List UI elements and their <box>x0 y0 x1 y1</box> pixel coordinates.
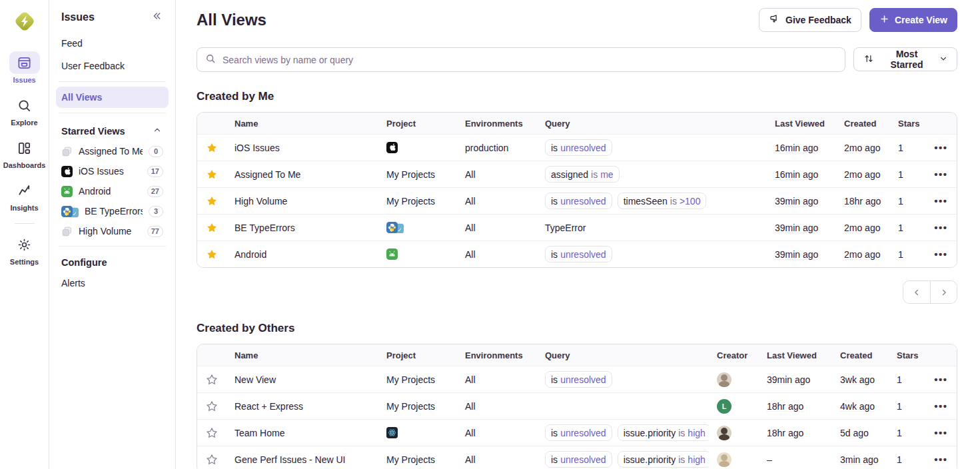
stars-count-cell: 1 <box>890 169 925 180</box>
star-icon <box>206 400 218 412</box>
create-view-button[interactable]: Create View <box>869 8 957 32</box>
view-name-link[interactable]: Android <box>235 249 266 260</box>
starred-views-heading: Starred Views <box>61 126 125 137</box>
view-name-link[interactable]: High Volume <box>235 196 287 207</box>
sidebar-item-all-views[interactable]: All Views <box>56 87 169 108</box>
created-cell: 3min ago <box>832 454 889 465</box>
row-menu-button[interactable]: ••• <box>925 169 957 180</box>
query-pill: isunresolved <box>545 371 612 388</box>
stars-count-cell: 1 <box>889 428 925 438</box>
star-toggle[interactable] <box>197 248 227 260</box>
table-row: New ViewMy ProjectsAllisunresolved39min … <box>197 366 957 392</box>
starred-view-high-volume[interactable]: High Volume 77 <box>56 221 169 241</box>
project-cell: My Projects <box>378 374 457 385</box>
environments-cell: All <box>457 401 537 412</box>
row-menu-button[interactable]: ••• <box>925 195 957 207</box>
rail-label: Settings <box>10 258 39 266</box>
search-input[interactable] <box>221 54 837 66</box>
ellipsis-icon: ••• <box>934 454 947 465</box>
ellipsis-icon: ••• <box>934 374 947 385</box>
sidebar-item-alerts[interactable]: Alerts <box>56 272 169 294</box>
star-toggle[interactable] <box>197 374 227 386</box>
star-toggle[interactable] <box>197 195 227 207</box>
column-header-name: Name <box>227 119 378 129</box>
rail-item-settings[interactable]: Settings <box>9 233 40 266</box>
table-row: React + ExpressMy ProjectsAllL18hr ago4w… <box>197 392 957 419</box>
view-name-link[interactable]: iOS Issues <box>235 143 280 153</box>
table-row: Gene Perf Issues - New UIMy ProjectsAlli… <box>197 446 957 469</box>
star-toggle[interactable] <box>197 222 227 234</box>
view-name-link[interactable]: Gene Perf Issues - New UI <box>235 454 346 465</box>
rail-item-insights[interactable]: Insights <box>9 179 40 212</box>
view-name-link[interactable]: Assigned To Me <box>235 169 300 180</box>
sidebar-item-user-feedback[interactable]: User Feedback <box>56 55 169 77</box>
star-toggle[interactable] <box>197 169 227 181</box>
starred-view-ios-issues[interactable]: iOS Issues 17 <box>56 161 169 181</box>
starred-view-label: High Volume <box>79 226 141 236</box>
collapse-starred-button[interactable] <box>151 124 163 138</box>
row-menu-button[interactable]: ••• <box>925 222 957 233</box>
row-menu-button[interactable]: ••• <box>925 454 957 465</box>
sidebar-item-feed[interactable]: Feed <box>56 33 169 54</box>
column-header-project: Project <box>378 119 457 129</box>
starred-view-be-typeerrors[interactable]: BE TypeErrors 3 <box>56 201 169 221</box>
row-menu-button[interactable]: ••• <box>925 427 957 438</box>
ellipsis-icon: ••• <box>934 169 947 180</box>
column-header-project: Project <box>378 350 457 360</box>
count-badge: 17 <box>147 166 163 177</box>
give-feedback-button[interactable]: Give Feedback <box>759 8 861 32</box>
page-title: All Views <box>197 11 266 29</box>
pagination <box>903 280 957 304</box>
row-menu-button[interactable]: ••• <box>925 374 957 385</box>
ellipsis-icon: ••• <box>934 195 947 207</box>
stars-count-cell: 1 <box>889 454 925 465</box>
column-header-query: Query <box>537 119 767 129</box>
rail-item-issues[interactable]: Issues <box>9 51 40 84</box>
query-pill: isunresolved <box>545 424 612 441</box>
table-row: Team HomeAllisunresolvedissue.priorityis… <box>197 419 957 446</box>
ellipsis-icon: ••• <box>934 142 947 153</box>
rail-item-explore[interactable]: Explore <box>9 94 40 127</box>
double-chevron-left-icon <box>151 11 162 23</box>
table-row: High VolumeMy ProjectsAllisunresolvedtim… <box>197 187 957 214</box>
column-header-name: Name <box>227 350 378 360</box>
python-icon <box>386 222 398 233</box>
creator-cell <box>709 372 759 387</box>
collapse-sidebar-button[interactable] <box>150 9 163 25</box>
environments-cell: All <box>457 428 537 438</box>
view-name-link[interactable]: React + Express <box>235 401 303 412</box>
chevron-up-icon <box>153 125 162 137</box>
explore-icon <box>9 94 40 117</box>
dashboards-icon <box>9 137 39 159</box>
stars-count-cell: 1 <box>889 401 925 412</box>
rail-divider <box>15 223 35 224</box>
insights-icon <box>9 179 40 202</box>
query-pill: isunresolved <box>545 139 612 156</box>
next-page-button[interactable] <box>930 281 957 303</box>
sort-dropdown[interactable]: Most Starred <box>853 47 957 71</box>
project-cell: My Projects <box>378 401 457 412</box>
query-pill: isunresolved <box>545 193 612 209</box>
view-name-link[interactable]: BE TypeErrors <box>235 223 295 233</box>
row-menu-button[interactable]: ••• <box>925 142 957 153</box>
rail-item-dashboards[interactable]: Dashboards <box>3 137 46 169</box>
star-toggle[interactable] <box>197 454 227 466</box>
row-menu-button[interactable]: ••• <box>925 400 957 412</box>
sentry-logo[interactable] <box>11 8 38 37</box>
query-cell: isunresolvedissue.priorityishigh <box>537 424 709 441</box>
star-toggle[interactable] <box>197 427 227 439</box>
previous-page-button[interactable] <box>903 281 930 303</box>
last-viewed-cell: 18hr ago <box>759 428 832 438</box>
react-icon <box>386 427 398 438</box>
star-toggle[interactable] <box>197 142 227 154</box>
table-row: iOS Issuesproductionisunresolved16min ag… <box>197 134 957 161</box>
row-menu-button[interactable]: ••• <box>925 248 957 260</box>
created-cell: 2mo ago <box>836 143 890 153</box>
view-name-link[interactable]: Team Home <box>235 428 284 438</box>
star-toggle[interactable] <box>197 400 227 412</box>
android-icon <box>386 248 398 260</box>
view-name-link[interactable]: New View <box>235 374 276 385</box>
starred-view-assigned-to-me[interactable]: Assigned To Me 0 <box>56 141 169 161</box>
stars-count-cell: 1 <box>890 196 925 207</box>
starred-view-android[interactable]: Android 27 <box>56 181 169 201</box>
